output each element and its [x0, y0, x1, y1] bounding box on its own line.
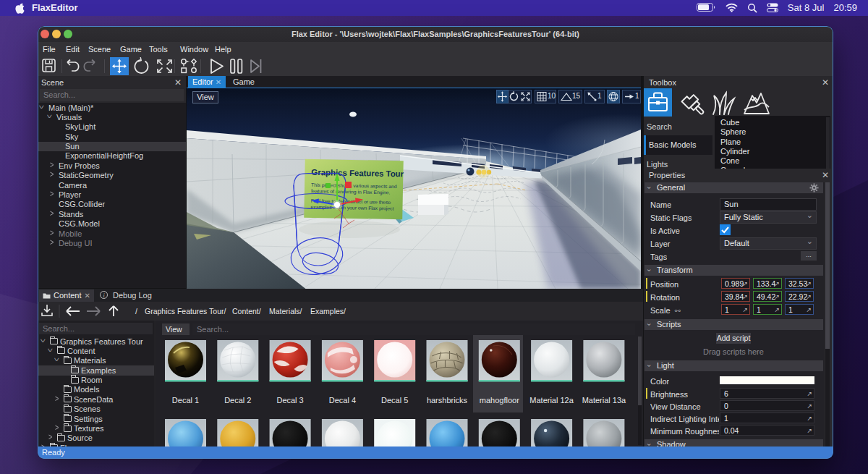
svg-text:Material 13a: Material 13a	[582, 396, 626, 405]
svg-text:Decal 2: Decal 2	[224, 396, 251, 405]
svg-text:Graphics Features Tour: Graphics Features Tour	[311, 168, 404, 178]
svg-text:harshbricks: harshbricks	[427, 396, 468, 405]
svg-text:mahogfloor: mahogfloor	[480, 396, 519, 405]
svg-text:Material 12a: Material 12a	[529, 396, 574, 405]
svg-text:Decal 5: Decal 5	[381, 396, 408, 405]
svg-text:Decal 1: Decal 1	[172, 396, 199, 405]
svg-text:Decal 4: Decal 4	[329, 396, 356, 405]
svg-text:Decal 3: Decal 3	[276, 396, 303, 405]
